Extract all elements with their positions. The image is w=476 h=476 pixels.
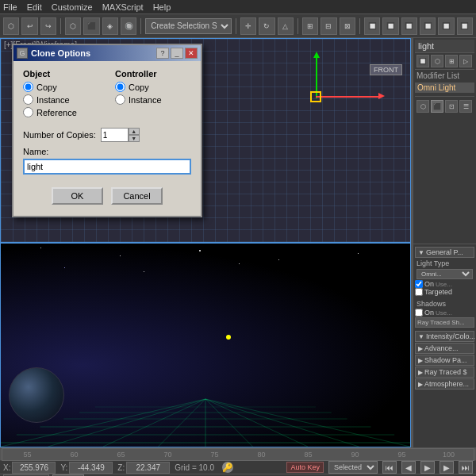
ctrl-instance-radio[interactable] (115, 94, 125, 105)
dialog-controls: ? _ ✕ (156, 48, 198, 59)
atmosphere-expand[interactable]: ▶ Atmosphere... (415, 378, 474, 390)
dialog-close-btn[interactable]: ✕ (185, 48, 198, 59)
lock-icon[interactable]: 🔑 (222, 462, 233, 473)
advanced-expand[interactable]: ▶ Advance... (415, 343, 474, 354)
star-1 (40, 248, 41, 248)
next-btn[interactable]: ▶ (440, 461, 454, 474)
instance-radio-row: Instance (23, 94, 99, 105)
shadow-params-expand[interactable]: ▶ Shadow Pa... (415, 355, 474, 366)
cancel-button[interactable]: Cancel (111, 187, 163, 205)
x-coord-field: X: 255.976 (3, 462, 56, 474)
unlink-btn[interactable]: ⊟ (321, 17, 336, 35)
toolbar-icon-2[interactable]: ↩ (21, 17, 37, 35)
instance-label: Instance (36, 95, 70, 105)
ctrl-copy-label: Copy (129, 83, 149, 92)
dialog-help-btn[interactable]: ? (156, 48, 169, 59)
svg-line-8 (103, 399, 205, 447)
reference-radio[interactable] (23, 107, 33, 117)
light-type-dropdown[interactable]: Omni... (416, 269, 473, 279)
view-btn-1[interactable]: 🔲 (364, 17, 380, 35)
clone-options-dialog: G Clone Options ? _ ✕ Object Copy (12, 44, 202, 217)
targeted-checkbox[interactable] (415, 288, 423, 296)
panel-icons-row-2: ⬡ ⬛ ⊡ ☰ (415, 96, 474, 113)
y-value[interactable]: -44.349 (69, 462, 113, 474)
menu-item-maxscript[interactable]: MAXScript (102, 2, 144, 12)
spinner-down[interactable]: ▼ (129, 135, 140, 142)
dialog-body: Object Copy Instance Reference (13, 61, 201, 216)
omni-dropdown-row: Omni... (415, 268, 474, 280)
menu-item-edit[interactable]: Edit (27, 2, 42, 12)
select-filter-btn[interactable]: 🔘 (121, 17, 136, 35)
select-btn[interactable]: ⬡ (65, 17, 81, 35)
view-btn-6[interactable]: 🔲 (457, 17, 473, 35)
grid-label: Grid = 10.0 (175, 463, 214, 472)
shadows-on-checkbox[interactable] (415, 309, 423, 317)
menu-item-file[interactable]: File (3, 2, 17, 12)
panel-icon-modify[interactable]: ⬡ (431, 55, 443, 67)
copy-label: Copy (36, 83, 57, 92)
intensity-expand[interactable]: ▼ Intensity/Colo... (415, 331, 474, 342)
rotate-btn[interactable]: ↻ (259, 17, 274, 35)
view-btn-2[interactable]: 🔲 (382, 17, 398, 35)
ray-traced-expand[interactable]: ▶ Ray Traced $ (415, 367, 474, 378)
svg-line-6 (1, 399, 205, 447)
timeline[interactable]: 55 60 65 70 75 80 85 90 95 100 (2, 448, 474, 461)
panel-btn-1[interactable]: ⬡ (416, 100, 429, 113)
instance-radio[interactable] (23, 94, 33, 105)
panel-btn-2[interactable]: ⬛ (431, 100, 443, 113)
prev-frame-btn[interactable]: ⏮ (382, 461, 397, 474)
x-axis-arrowhead (378, 93, 385, 99)
spinner-up[interactable]: ▲ (129, 128, 140, 135)
view-btn-5[interactable]: 🔲 (438, 17, 454, 35)
panel-btn-3[interactable]: ⊡ (445, 100, 458, 113)
menu-item-customize[interactable]: Customize (52, 2, 93, 12)
prev-btn[interactable]: ◀ (401, 461, 416, 474)
autokey-button[interactable]: Auto Key (286, 462, 324, 473)
status-coords-row: X: 255.976 Y: -44.349 Z: 22.347 Grid = 1… (0, 461, 476, 474)
panel-icon-hierarchy[interactable]: ⊞ (445, 55, 458, 67)
panel-icon-motion[interactable]: ▷ (459, 55, 472, 67)
menu-item-help[interactable]: Help (153, 2, 171, 12)
y-coord-field: Y: -44.349 (60, 462, 113, 474)
on-checkbox-row: On Use... (415, 280, 474, 288)
name-label: Name: (23, 147, 191, 156)
name-input[interactable] (23, 159, 191, 175)
panel-icon-create[interactable]: 🔲 (416, 55, 429, 67)
x-value[interactable]: 255.976 (12, 462, 56, 474)
viewport-perspective[interactable] (0, 243, 411, 447)
num-copies-input[interactable] (101, 128, 129, 142)
toolbar: ⬡ ↩ ↪ ⬡ ⬛ ◈ 🔘 Create Selection S... ✛ ↻ … (0, 14, 476, 38)
select-region-btn[interactable]: ⬛ (83, 17, 99, 35)
link-btn[interactable]: ⊞ (302, 17, 318, 35)
on-checkbox[interactable] (415, 280, 423, 288)
ok-button[interactable]: OK (52, 187, 103, 205)
toolbar-icon-1[interactable]: ⬡ (3, 17, 19, 35)
select-type-btn[interactable]: ◈ (102, 17, 118, 35)
y-label: Y: (60, 463, 67, 472)
ctrl-copy-radio[interactable] (115, 82, 125, 92)
panel-btn-4[interactable]: ☰ (459, 100, 472, 113)
view-btn-4[interactable]: 🔲 (420, 17, 436, 35)
separator-4 (298, 18, 298, 34)
dialog-overlay: G Clone Options ? _ ✕ Object Copy (12, 44, 202, 217)
scale-btn[interactable]: △ (278, 17, 294, 35)
next-frame-btn[interactable]: ⏭ (459, 461, 473, 474)
general-props-expand[interactable]: ▼ General P... (415, 247, 474, 258)
omni-light-modifier[interactable]: Omni Light (415, 83, 474, 93)
filter-dropdown[interactable]: Selected (328, 461, 378, 474)
separator-2 (140, 18, 141, 34)
create-selection-dropdown[interactable]: Create Selection S... (145, 18, 232, 34)
object-group: Object Copy Instance Reference (23, 69, 99, 120)
move-btn[interactable]: ✛ (240, 17, 256, 35)
toolbar-icon-3[interactable]: ↪ (40, 17, 56, 35)
shadows-section: Shadows On Use... Ray Traced Sh... (415, 299, 474, 328)
svg-line-12 (205, 399, 308, 447)
copy-radio[interactable] (23, 82, 33, 92)
view-btn-3[interactable]: 🔲 (401, 17, 417, 35)
play-btn[interactable]: ▶ (420, 461, 435, 474)
z-value[interactable]: 22.347 (126, 462, 170, 474)
ctrl-instance-label: Instance (129, 95, 162, 105)
dialog-min-btn[interactable]: _ (171, 48, 183, 59)
targeted-checkbox-row: Targeted (415, 288, 474, 296)
bind-btn[interactable]: ⊠ (340, 17, 355, 35)
